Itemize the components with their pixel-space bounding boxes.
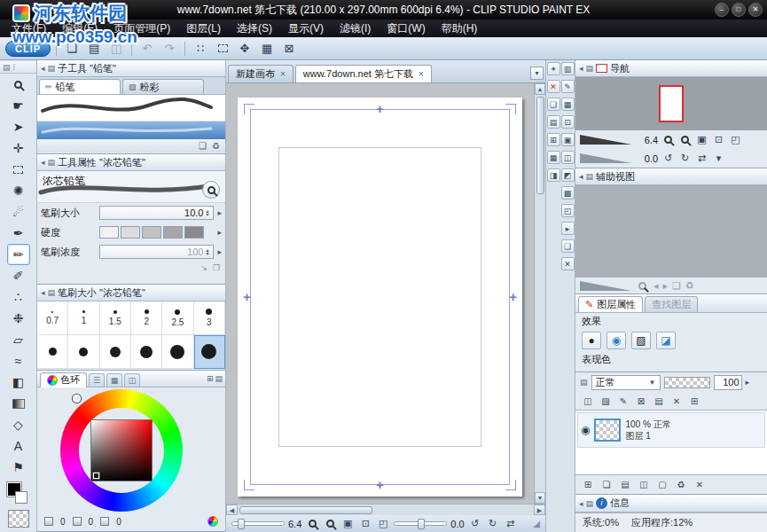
close-dock-icon[interactable]: ✕	[547, 80, 560, 93]
hardness-step[interactable]	[121, 226, 140, 239]
tab-pencil[interactable]: ✏铅笔	[39, 79, 121, 94]
dock-item-icon[interactable]: ⊡	[561, 115, 575, 129]
dock-item-icon[interactable]: ▸	[561, 222, 575, 235]
zoom-out-icon[interactable]	[305, 519, 319, 529]
menu-view[interactable]: 显示(V)	[280, 21, 332, 36]
blend-mode-select[interactable]: 正常▼	[591, 375, 661, 390]
hand-tool-button[interactable]: ☛	[7, 95, 30, 116]
delete-icon[interactable]: ✕	[692, 477, 708, 491]
grid-button[interactable]: ▦	[257, 40, 277, 58]
layer-thumbnail[interactable]	[594, 419, 621, 442]
new-vector-layer-icon[interactable]: ❏	[599, 477, 614, 491]
zoom-slider[interactable]	[231, 521, 285, 526]
panel-menu-icon[interactable]: ▤	[586, 64, 594, 73]
tab-list-button[interactable]: ▾	[530, 66, 544, 80]
delete-layer-icon[interactable]: ♻	[673, 477, 689, 491]
menu-edit[interactable]: 编辑(E)	[54, 21, 106, 36]
scroll-thumb[interactable]	[239, 506, 372, 514]
brush-size-header[interactable]: ◂ ▤ 笔刷大小 "浓芯铅笔"	[37, 285, 225, 301]
dock-item-icon[interactable]: ◫	[561, 151, 575, 164]
dock-item-icon[interactable]: ▥	[561, 62, 575, 75]
size-preset[interactable]	[37, 335, 68, 369]
eyedropper-tool-button[interactable]: ☄	[7, 201, 30, 223]
dock-item-icon[interactable]: ◨	[547, 168, 560, 182]
frame-tool-button[interactable]: ⚑	[7, 457, 30, 478]
gradient-tool-button[interactable]	[7, 393, 30, 414]
color-mode-icon[interactable]	[207, 516, 218, 527]
dock-item-icon[interactable]: ◰	[561, 204, 575, 217]
clear-image-icon[interactable]: ♻	[685, 280, 694, 292]
transfer-layer-icon[interactable]: ◫	[636, 477, 652, 491]
zoom-wedge-slider[interactable]	[580, 135, 631, 145]
hardness-selector[interactable]	[99, 226, 214, 239]
size-preset[interactable]: 3	[194, 301, 225, 335]
lock-icon[interactable]: ❐	[213, 263, 220, 272]
expand-icon[interactable]: ▸	[217, 228, 222, 237]
collapse-icon[interactable]: ◂	[41, 158, 45, 167]
tab-layer-property[interactable]: ✎图层属性	[578, 296, 643, 312]
size-preset[interactable]	[100, 335, 131, 369]
rotate-ccw-icon[interactable]: ↺	[661, 153, 675, 164]
eraser-tool-button[interactable]: ▱	[7, 329, 30, 350]
save-file-button[interactable]: ◫	[106, 40, 126, 58]
resize-grip-icon[interactable]: ◢	[533, 519, 540, 528]
opacity-slider[interactable]	[664, 377, 710, 388]
merge-layer-icon[interactable]: ▢	[654, 477, 670, 491]
zoom-out-icon[interactable]	[661, 135, 675, 145]
scroll-up-icon[interactable]: ▲	[535, 83, 545, 95]
actual-size-icon[interactable]: ⊡	[358, 518, 372, 529]
canvas-tab-active[interactable]: www.7down.net 第七下载×	[295, 65, 432, 82]
previous-image-icon[interactable]: ◂	[654, 280, 659, 292]
size-preset[interactable]: 2.5	[162, 301, 193, 335]
subtool-item-selected[interactable]	[37, 121, 225, 139]
dock-item-icon[interactable]: ❏	[547, 98, 560, 111]
pen-tool-button[interactable]: ✒	[7, 223, 30, 244]
figure-tool-button[interactable]: ◇	[7, 414, 30, 435]
redo-button[interactable]: ↷	[160, 40, 179, 58]
size-preset[interactable]	[68, 335, 99, 369]
canvas-page[interactable]: + + + +	[238, 98, 522, 497]
zoom-in-icon[interactable]	[323, 519, 337, 529]
minimize-button[interactable]: –	[715, 3, 729, 17]
menu-window[interactable]: 窗口(W)	[379, 21, 433, 36]
hardness-step[interactable]	[163, 226, 183, 239]
scroll-thumb[interactable]	[536, 97, 544, 194]
scroll-right-icon[interactable]: ▶	[534, 505, 545, 515]
fill-tool-button[interactable]: ◧	[7, 372, 30, 393]
zoom-tool-button[interactable]	[7, 74, 30, 95]
vertical-scrollbar[interactable]: ▲ ▼	[534, 83, 545, 504]
tab-search-layer[interactable]: 查找图层	[645, 296, 698, 312]
navigator-header[interactable]: ◂ ▤ 导航	[575, 60, 767, 77]
hardness-step[interactable]	[184, 226, 204, 239]
maximize-button[interactable]: □	[732, 3, 746, 17]
canvas-viewport[interactable]: + + + +	[226, 83, 534, 504]
fit-screen-icon[interactable]: ▣	[340, 518, 355, 529]
flip-horizontal-icon[interactable]: ⇄	[695, 153, 708, 164]
menu-layer[interactable]: 图层(L)	[178, 21, 229, 36]
size-preset[interactable]	[162, 335, 193, 369]
tone-effect-icon[interactable]: ▨	[631, 332, 651, 349]
dock-item-icon[interactable]: ❏	[561, 239, 575, 253]
opacity-value[interactable]: 100	[714, 375, 742, 390]
dock-item-icon[interactable]: ▤	[547, 115, 560, 129]
text-tool-button[interactable]: A	[7, 435, 30, 457]
new-file-button[interactable]: ❏	[62, 40, 82, 58]
canvas-tab-new[interactable]: 新建画布×	[228, 65, 293, 82]
hardness-step[interactable]	[142, 226, 161, 239]
panel-menu-icon[interactable]: ▤	[580, 378, 588, 387]
operate-tool-button[interactable]: ➤	[7, 116, 30, 137]
subview-header[interactable]: ◂ ▤ 辅助视图	[575, 168, 767, 185]
clip-logo-button[interactable]: CLIP	[5, 41, 51, 57]
transparent-color-swatch[interactable]	[8, 510, 29, 528]
hue-value[interactable]: 0	[60, 517, 66, 527]
close-tab-icon[interactable]: ×	[419, 69, 424, 79]
visibility-eye-icon[interactable]: ◉	[581, 424, 590, 436]
panel-menu-icon[interactable]: ▤	[586, 499, 594, 508]
expand-icon[interactable]: ▸	[746, 378, 750, 387]
dock-item-icon[interactable]: ⊞	[547, 133, 560, 146]
collapse-icon[interactable]: ◂	[41, 64, 45, 73]
auto-select-tool-button[interactable]: ✺	[7, 180, 30, 201]
size-preset[interactable]: 1	[68, 301, 99, 335]
clip-group-icon[interactable]: ✕	[669, 394, 685, 408]
size-preset[interactable]: 1.5	[100, 301, 131, 335]
